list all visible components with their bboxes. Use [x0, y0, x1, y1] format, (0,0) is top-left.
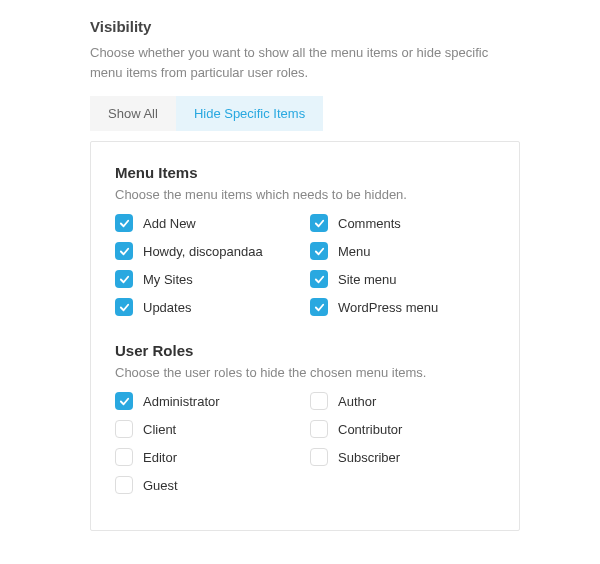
menu-item-row: Site menu	[310, 270, 495, 288]
user-roles-title: User Roles	[115, 342, 495, 359]
menu-item-label: Updates	[143, 300, 191, 315]
user-role-checkbox[interactable]	[115, 476, 133, 494]
user-role-row: Guest	[115, 476, 300, 494]
visibility-tabs: Show All Hide Specific Items	[90, 96, 520, 131]
menu-item-row: WordPress menu	[310, 298, 495, 316]
user-role-label: Subscriber	[338, 450, 400, 465]
menu-item-checkbox[interactable]	[310, 242, 328, 260]
menu-item-row: Updates	[115, 298, 300, 316]
menu-item-label: Comments	[338, 216, 401, 231]
menu-item-row: Add New	[115, 214, 300, 232]
menu-item-row: My Sites	[115, 270, 300, 288]
user-role-row: Administrator	[115, 392, 300, 410]
visibility-description: Choose whether you want to show all the …	[90, 43, 520, 82]
menu-item-row: Menu	[310, 242, 495, 260]
user-role-label: Administrator	[143, 394, 220, 409]
menu-item-checkbox[interactable]	[115, 242, 133, 260]
menu-item-checkbox[interactable]	[310, 270, 328, 288]
menu-item-label: Howdy, discopandaa	[143, 244, 263, 259]
menu-item-checkbox[interactable]	[115, 270, 133, 288]
menu-item-row: Howdy, discopandaa	[115, 242, 300, 260]
user-role-label: Editor	[143, 450, 177, 465]
menu-item-checkbox[interactable]	[115, 298, 133, 316]
user-role-label: Contributor	[338, 422, 402, 437]
menu-items-title: Menu Items	[115, 164, 495, 181]
user-role-checkbox[interactable]	[115, 420, 133, 438]
user-role-row: Author	[310, 392, 495, 410]
menu-item-label: WordPress menu	[338, 300, 438, 315]
menu-item-checkbox[interactable]	[310, 298, 328, 316]
menu-items-grid: Add NewCommentsHowdy, discopandaaMenuMy …	[115, 214, 495, 316]
menu-item-row: Comments	[310, 214, 495, 232]
menu-items-description: Choose the menu items which needs to be …	[115, 187, 495, 202]
user-role-row: Client	[115, 420, 300, 438]
user-role-row: Contributor	[310, 420, 495, 438]
menu-item-checkbox[interactable]	[115, 214, 133, 232]
menu-item-checkbox[interactable]	[310, 214, 328, 232]
menu-item-label: Site menu	[338, 272, 397, 287]
user-roles-grid: AdministratorAuthorClientContributorEdit…	[115, 392, 495, 494]
user-role-checkbox[interactable]	[310, 448, 328, 466]
user-role-checkbox[interactable]	[115, 448, 133, 466]
user-role-label: Guest	[143, 478, 178, 493]
user-role-checkbox[interactable]	[310, 392, 328, 410]
visibility-title: Visibility	[90, 18, 520, 35]
tab-show-all[interactable]: Show All	[90, 96, 176, 131]
user-role-checkbox[interactable]	[115, 392, 133, 410]
user-role-label: Author	[338, 394, 376, 409]
menu-item-label: Add New	[143, 216, 196, 231]
user-role-row: Editor	[115, 448, 300, 466]
user-role-checkbox[interactable]	[310, 420, 328, 438]
tab-hide-specific[interactable]: Hide Specific Items	[176, 96, 323, 131]
user-role-label: Client	[143, 422, 176, 437]
user-roles-description: Choose the user roles to hide the chosen…	[115, 365, 495, 380]
menu-item-label: Menu	[338, 244, 371, 259]
user-role-row: Subscriber	[310, 448, 495, 466]
hide-specific-panel: Menu Items Choose the menu items which n…	[90, 141, 520, 531]
menu-item-label: My Sites	[143, 272, 193, 287]
